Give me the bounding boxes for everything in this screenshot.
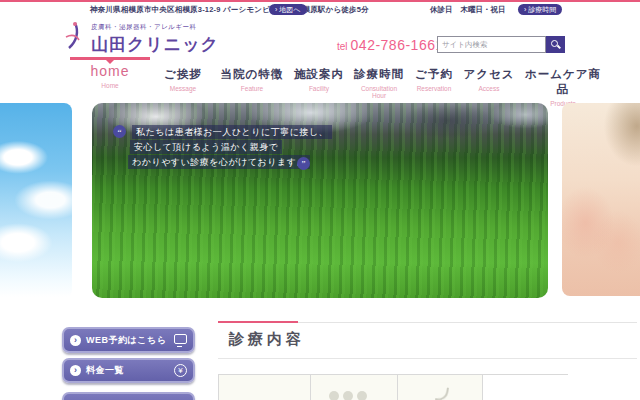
close-quote-icon: ” — [297, 157, 310, 170]
phone-number: tel042-786-1661 — [337, 36, 444, 54]
nav-item-reservation[interactable]: ご予約Reservation — [414, 67, 454, 92]
open-quote-icon: “ — [113, 125, 126, 138]
service-cell[interactable] — [311, 375, 398, 400]
hero-carousel: “ 私たちは患者様お一人ひとりに丁寧に接し、 安心して頂けるよう温かく親身で わ… — [0, 103, 640, 298]
nav-item-consultation-hour[interactable]: 診療時間Consultation Hour — [354, 67, 404, 99]
nav-item-facility[interactable]: 施設案内Facility — [292, 67, 346, 92]
monitor-icon — [174, 334, 187, 344]
service-cell[interactable] — [219, 375, 311, 400]
chevron-right-icon: › — [70, 365, 81, 376]
top-info-bar: 神奈川県相模原市中央区相模原3-12-9 パーシモンビル1F 相模原駅から徒歩5… — [0, 2, 640, 16]
hours-button[interactable]: ›診療時間 — [518, 4, 562, 15]
clinic-logo-icon — [63, 21, 85, 51]
yen-icon: ¥ — [174, 364, 187, 377]
carousel-slide-face-image — [562, 103, 640, 296]
section-divider — [218, 358, 637, 359]
web-reservation-button[interactable]: › WEB予約はこちら — [62, 327, 195, 353]
services-grid — [218, 374, 568, 400]
service-cell[interactable] — [398, 375, 483, 400]
search-button[interactable] — [546, 36, 565, 53]
search-input[interactable] — [437, 36, 546, 53]
chevron-right-icon: › — [524, 6, 526, 13]
hero-quote-line: わかりやすい診療を心がけております。 — [128, 156, 310, 169]
nav-item-products[interactable]: ホームケア商品Products — [524, 67, 602, 107]
nav-item-access[interactable]: アクセスAccess — [462, 67, 516, 92]
nav-item-message[interactable]: ご挨拶Message — [158, 67, 208, 92]
carousel-slide-sky-image — [0, 103, 72, 297]
service-cell[interactable] — [483, 375, 569, 400]
map-button[interactable]: ›地図へ — [269, 4, 307, 15]
service-icon-placeholder — [435, 386, 449, 400]
section-title-medical-services: 診療内容 — [229, 330, 305, 349]
department-list: 皮膚科・泌尿器科・アレルギー科 — [91, 23, 219, 32]
main-navigation: homeHome ご挨拶Message 当院の特徴Feature 施設案内Fac… — [0, 57, 640, 103]
hero-quote-line: 私たちは患者様お一人ひとりに丁寧に接し、 — [132, 126, 332, 139]
nav-item-home[interactable]: homeHome — [80, 63, 140, 89]
price-list-button[interactable]: › 料金一覧 ¥ — [62, 358, 195, 383]
nav-item-feature[interactable]: 当院の特徴Feature — [220, 67, 284, 92]
chevron-right-icon: › — [70, 335, 81, 346]
clinic-name: 山田クリニック — [91, 33, 219, 56]
section-accent-border — [218, 321, 298, 323]
sidebar-button-partial[interactable]: › — [62, 392, 195, 400]
active-tab-indicator — [70, 57, 150, 60]
clinic-homepage: 神奈川県相模原市中央区相模原3-12-9 パーシモンビル1F 相模原駅から徒歩5… — [0, 0, 640, 400]
service-icon-placeholder — [329, 391, 339, 400]
closed-days-info: 休診日木曜日・祝日 — [430, 5, 506, 15]
clinic-address: 神奈川県相模原市中央区相模原3-12-9 パーシモンビル1F 相模原駅から徒歩5… — [90, 5, 369, 15]
clinic-logo[interactable]: 皮膚科・泌尿器科・アレルギー科 山田クリニック — [63, 21, 219, 56]
site-search — [437, 36, 565, 53]
chevron-right-icon: › — [275, 6, 277, 13]
hero-quote-line: 安心して頂けるよう温かく親身で — [130, 141, 282, 154]
search-icon — [551, 40, 558, 47]
